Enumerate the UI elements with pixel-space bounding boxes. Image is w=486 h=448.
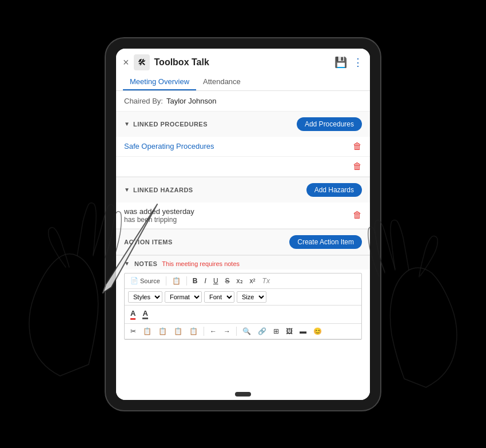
linked-hazards-header: ▼ LINKED HAZARDS Add Hazards: [116, 177, 370, 203]
rte-doc-icon: 📄: [130, 277, 138, 284]
rte-divider-4: [236, 327, 237, 336]
rte-removeformat-button[interactable]: Tx: [260, 276, 272, 286]
header-top: × 🛠 Toolbox Talk 💾 ⋮: [123, 54, 363, 70]
linked-procedures-title-row: ▼ LINKED PROCEDURES: [124, 121, 208, 128]
body-scroll[interactable]: Chaired By: Taylor Johnson ▼ LINKED PROC…: [116, 91, 370, 400]
hazard-text-container: was added yesterday has been tripping: [124, 207, 194, 224]
header-left: × 🛠 Toolbox Talk: [123, 54, 209, 70]
rte-find-button[interactable]: 🔍: [240, 326, 253, 336]
notes-title: NOTES: [134, 260, 157, 267]
rte-divider-1: [166, 276, 166, 286]
procedure-item-1: Safe Operating Procedures 🗑: [116, 137, 370, 157]
action-items-section: ACTION ITEMS Create Action Item: [116, 229, 370, 256]
tablet-device: × 🛠 Toolbox Talk 💾 ⋮ Meeting Overview At…: [106, 38, 380, 410]
rte-pastetext-button[interactable]: 📋: [172, 326, 185, 336]
linked-hazards-section: ▼ LINKED HAZARDS Add Hazards was added y…: [116, 177, 370, 229]
chaired-by-value: Taylor Johnson: [166, 97, 216, 105]
close-button[interactable]: ×: [123, 57, 129, 68]
rte-table-button[interactable]: ⊞: [271, 326, 281, 336]
tablet-screen: × 🛠 Toolbox Talk 💾 ⋮ Meeting Overview At…: [116, 49, 370, 400]
hazard-item-1: was added yesterday has been tripping 🗑: [116, 203, 370, 229]
hazard-line-1[interactable]: was added yesterday: [124, 207, 194, 216]
rte-font-select[interactable]: Font: [204, 291, 234, 303]
linked-procedures-section: ▼ LINKED PROCEDURES Add Procedures Safe …: [116, 112, 370, 177]
meeting-title: Toolbox Talk: [154, 57, 209, 68]
rich-text-editor[interactable]: 📄 Source 📋 B I U S x₂ x² Tx: [124, 273, 362, 340]
rte-image-button[interactable]: 🖼: [284, 326, 295, 336]
rte-paste-button[interactable]: 📋: [156, 326, 169, 336]
notes-header: ▼ NOTES This meeting requires notes: [124, 260, 362, 267]
more-menu-icon[interactable]: ⋮: [353, 56, 363, 69]
rte-hline-button[interactable]: ▬: [297, 326, 309, 336]
linked-hazards-title-row: ▼ LINKED HAZARDS: [124, 187, 193, 193]
linked-procedures-title: LINKED PROCEDURES: [133, 121, 208, 128]
rte-fontcolor-a: A: [130, 309, 136, 320]
rte-highlight-button[interactable]: A: [140, 308, 150, 320]
linked-procedures-chevron[interactable]: ▼: [124, 121, 130, 127]
chaired-by-row: Chaired By: Taylor Johnson: [116, 91, 370, 112]
rte-fontcolor-button[interactable]: A: [128, 308, 138, 321]
linked-hazards-title: LINKED HAZARDS: [133, 187, 193, 193]
action-items-header: ACTION ITEMS Create Action Item: [116, 229, 370, 255]
rte-italic-button[interactable]: I: [202, 276, 209, 286]
procedure-link-1[interactable]: Safe Operating Procedures: [124, 142, 214, 150]
rte-strikethrough-button[interactable]: S: [223, 276, 232, 286]
delete-procedure-2-icon[interactable]: 🗑: [353, 161, 362, 172]
rte-redo-button[interactable]: →: [221, 326, 233, 336]
rte-superscript-button[interactable]: x²: [248, 276, 258, 286]
app-header: × 🛠 Toolbox Talk 💾 ⋮ Meeting Overview At…: [116, 49, 370, 91]
notes-chevron[interactable]: ▼: [124, 260, 130, 267]
add-procedures-button[interactable]: Add Procedures: [297, 117, 362, 131]
rte-highlight-a: A: [142, 309, 148, 319]
hazard-line-2: has been tripping: [124, 216, 194, 224]
rte-cut-button[interactable]: ✂: [128, 326, 138, 336]
tab-attendance[interactable]: Attendance: [196, 74, 248, 90]
rte-format-select[interactable]: Format: [165, 291, 202, 303]
rte-divider-3: [204, 327, 204, 336]
tab-meeting-overview[interactable]: Meeting Overview: [123, 74, 196, 90]
rte-undo-button[interactable]: ←: [208, 326, 219, 336]
notes-section: ▼ NOTES This meeting requires notes: [116, 256, 370, 269]
create-action-item-button[interactable]: Create Action Item: [289, 235, 362, 249]
action-items-title: ACTION ITEMS: [124, 239, 173, 245]
delete-hazard-1-icon[interactable]: 🗑: [353, 210, 362, 220]
chaired-by-label: Chaired By:: [124, 97, 163, 105]
rte-toolbar-row-2: Styles Format Font Size: [125, 289, 361, 306]
procedures-list: Safe Operating Procedures 🗑 🗑: [116, 137, 370, 177]
rte-clipboard-button[interactable]: 📋: [170, 276, 183, 286]
rte-divider-2: [186, 276, 187, 286]
add-hazards-button[interactable]: Add Hazards: [306, 183, 362, 197]
linked-hazards-chevron[interactable]: ▼: [124, 187, 130, 193]
app-content: × 🛠 Toolbox Talk 💾 ⋮ Meeting Overview At…: [116, 49, 370, 400]
delete-procedure-1-icon[interactable]: 🗑: [353, 141, 362, 152]
rte-pastefromword-button[interactable]: 📋: [187, 326, 200, 336]
rte-toolbar-row-4: ✂ 📋 📋 📋 📋 ← → 🔍 🔗 ⊞ 🖼 ▬: [125, 324, 361, 339]
rte-size-select[interactable]: Size: [237, 291, 266, 303]
rte-bold-button[interactable]: B: [190, 276, 200, 286]
rte-toolbar-row-1: 📄 Source 📋 B I U S x₂ x² Tx: [125, 273, 361, 289]
rte-copy-button[interactable]: 📋: [141, 326, 154, 336]
save-icon[interactable]: 💾: [334, 56, 347, 69]
home-button[interactable]: [235, 392, 251, 397]
linked-procedures-header: ▼ LINKED PROCEDURES Add Procedures: [116, 112, 370, 137]
rte-subscript-button[interactable]: x₂: [234, 276, 245, 286]
rte-toolbar-row-3: A A: [125, 306, 361, 324]
notes-warning: This meeting requires notes: [162, 260, 240, 267]
rte-emoji-button[interactable]: 😊: [311, 326, 324, 336]
hazards-list: was added yesterday has been tripping 🗑: [116, 203, 370, 229]
rte-source-button[interactable]: 📄 Source: [128, 276, 162, 286]
tab-bar: Meeting Overview Attendance: [123, 74, 363, 90]
rte-underline-button[interactable]: U: [211, 276, 221, 286]
rte-styles-select[interactable]: Styles: [128, 291, 162, 303]
meeting-icon: 🛠: [134, 54, 150, 70]
header-right: 💾 ⋮: [334, 56, 363, 69]
rte-link-button[interactable]: 🔗: [256, 326, 269, 336]
procedure-item-2: 🗑: [116, 157, 370, 177]
